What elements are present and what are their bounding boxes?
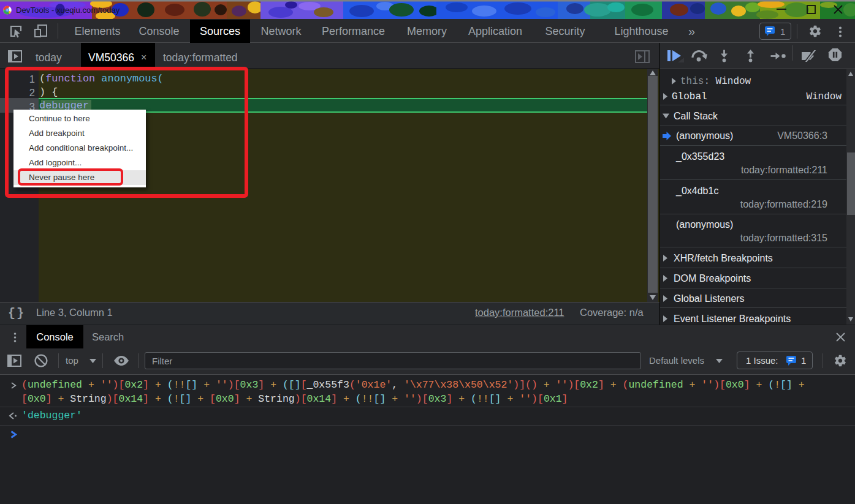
svg-text:DevTools - xueqiu.com/today: DevTools - xueqiu.com/today <box>16 6 120 15</box>
